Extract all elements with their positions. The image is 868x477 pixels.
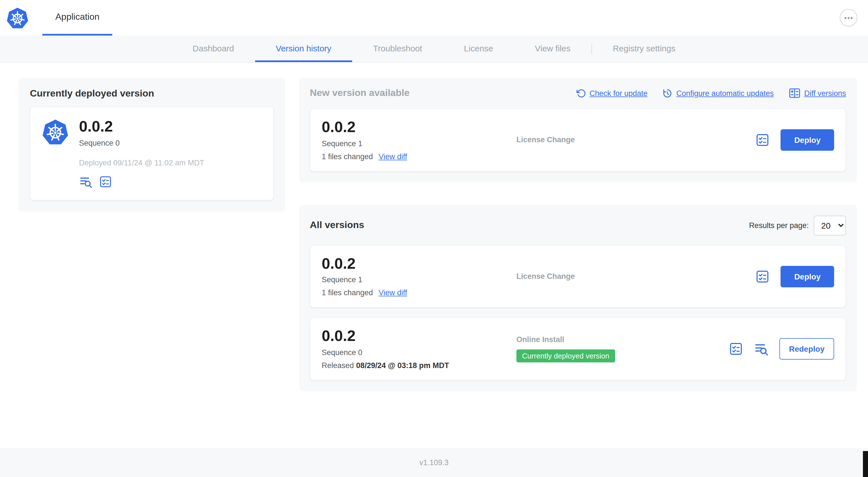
view-diff-link[interactable]: View diff [379,152,407,160]
clock-history-icon [663,88,673,98]
check-for-update-link[interactable]: Check for update [576,88,648,98]
release-notes-icon[interactable] [79,175,93,188]
app-tab[interactable]: Application [42,0,113,35]
configure-automatic-updates-link[interactable]: Configure automatic updates [663,88,774,98]
version-sequence: Sequence 1 [322,276,517,284]
released-timestamp: 08/29/24 @ 03:18 pm MDT [356,361,449,370]
version-number: 0.0.2 [322,328,517,345]
app-tab-label: Application [55,12,100,22]
config-checklist-icon[interactable] [728,341,743,356]
tab-troubleshoot[interactable]: Troubleshoot [352,35,443,62]
tab-view-files[interactable]: View files [514,35,591,62]
tab-license[interactable]: License [443,35,514,62]
change-type-label: License Change [517,136,755,144]
deploy-button[interactable]: Deploy [781,129,834,151]
change-type-label: License Change [517,272,755,280]
view-diff-link[interactable]: View diff [379,289,407,297]
version-number: 0.0.2 [322,256,517,272]
currently-deployed-badge: Currently deployed version [517,350,615,362]
results-per-page-label: Results per page: [749,221,809,230]
version-number: 0.0.2 [322,119,517,136]
version-sequence: Sequence 1 [322,139,517,148]
new-version-panel: New version available Check for update [299,78,857,182]
tab-bar: Dashboard Version history Troubleshoot L… [0,35,868,63]
diff-icon [789,88,800,98]
tab-version-history[interactable]: Version history [255,35,352,62]
deployed-timestamp: Deployed 09/11/24 @ 11:02 am MDT [79,158,204,167]
scrollbar-thumb[interactable] [863,451,868,477]
config-checklist-icon[interactable] [755,269,770,284]
deployed-panel-title: Currently deployed version [30,88,274,99]
app-version-text: v1.109.3 [419,458,449,467]
config-checklist-icon[interactable] [755,133,770,147]
overflow-menu-button[interactable] [840,9,857,27]
tab-dashboard[interactable]: Dashboard [172,35,255,62]
new-version-title: New version available [310,88,409,99]
change-type-label: Online Install [517,335,728,344]
deployed-sequence: Sequence 0 [79,139,204,147]
diff-versions-link[interactable]: Diff versions [789,88,846,98]
ellipsis-icon [844,17,853,19]
files-changed-text: 1 files changed [322,289,373,297]
kubernetes-logo-icon [6,0,29,35]
version-row: 0.0.2 Sequence 1 1 files changed View di… [310,245,846,308]
all-versions-panel: All versions Results per page: 20 0.0.2 … [299,205,857,391]
main-content: Currently deployed version [0,63,868,448]
deploy-button[interactable]: Deploy [781,266,834,287]
app-window: Application Dashboard Version history Tr… [0,0,868,477]
files-changed-text: 1 files changed [322,152,373,160]
redeploy-button[interactable]: Redeploy [779,338,834,360]
top-header: Application [0,0,868,35]
config-checklist-icon[interactable] [99,175,112,188]
all-versions-title: All versions [310,219,364,231]
version-row: 0.0.2 Sequence 0 Released08/29/24 @ 03:1… [310,318,846,381]
refresh-ccw-icon [576,88,586,98]
version-sequence: Sequence 0 [322,348,517,357]
tab-registry-settings[interactable]: Registry settings [592,35,696,62]
release-notes-icon[interactable] [754,341,769,356]
results-per-page-select[interactable]: 20 [814,215,846,235]
deployed-version-number: 0.0.2 [79,119,204,135]
right-column: New version available Check for update [299,78,857,391]
released-prefix: Released [322,361,354,370]
footer: v1.109.3 [0,448,868,477]
currently-deployed-panel: Currently deployed version [19,78,285,211]
deployed-version-card: 0.0.2 Sequence 0 Deployed 09/11/24 @ 11:… [30,107,274,200]
kubernetes-logo-icon [42,119,69,188]
new-version-row: 0.0.2 Sequence 1 1 files changed View di… [310,109,846,171]
